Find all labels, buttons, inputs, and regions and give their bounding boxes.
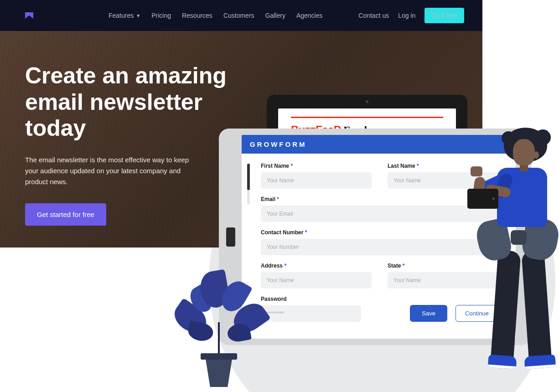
contact-label: Contact Number *	[261, 229, 498, 236]
first-name-field: First Name *	[261, 163, 372, 189]
contact-link[interactable]: Contact us	[358, 12, 389, 19]
address-field: Address *	[261, 263, 372, 289]
main-header: Features▼ Pricing Resources Customers Ga…	[0, 0, 482, 31]
scrollbar-track[interactable]	[247, 164, 250, 205]
login-link[interactable]: Log in	[398, 12, 415, 19]
save-button[interactable]: Save	[410, 305, 447, 322]
hero-title: Create an amazing email newsletter today	[25, 63, 230, 142]
primary-nav: Features▼ Pricing Resources Customers Ga…	[109, 12, 323, 19]
held-tablet-icon	[467, 189, 498, 209]
try-free-button[interactable]: Try it free	[424, 8, 464, 23]
contact-field: Contact Number *	[261, 229, 498, 255]
address-label: Address *	[261, 263, 372, 269]
password-field: Password	[261, 296, 361, 322]
tablet-home-button	[226, 227, 235, 247]
nav-features[interactable]: Features▼	[109, 12, 140, 19]
email-label: Email *	[261, 196, 498, 202]
password-label: Password	[261, 296, 361, 302]
address-input[interactable]	[261, 272, 372, 289]
email-field: Email *	[261, 196, 498, 222]
scrollbar-thumb[interactable]	[247, 164, 250, 190]
password-input[interactable]	[261, 305, 361, 322]
camera-icon	[366, 100, 368, 103]
chevron-down-icon: ▼	[136, 13, 140, 18]
logo-icon[interactable]	[25, 12, 33, 19]
contact-input[interactable]	[261, 239, 498, 255]
nav-pricing[interactable]: Pricing	[151, 12, 171, 19]
hero-subtitle: The email newsletter is the most effecti…	[25, 155, 189, 187]
divider	[291, 117, 443, 118]
get-started-button[interactable]: Get started for free	[25, 203, 106, 226]
email-input[interactable]	[261, 206, 498, 222]
nav-resources[interactable]: Resources	[182, 12, 212, 19]
nav-customers[interactable]: Customers	[223, 12, 254, 19]
plant-illustration	[178, 269, 260, 387]
person-illustration	[470, 128, 559, 392]
first-name-label: First Name *	[261, 163, 372, 169]
first-name-input[interactable]	[261, 172, 372, 189]
nav-gallery[interactable]: Gallery	[265, 12, 285, 19]
nav-agencies[interactable]: Agencies	[296, 12, 323, 19]
